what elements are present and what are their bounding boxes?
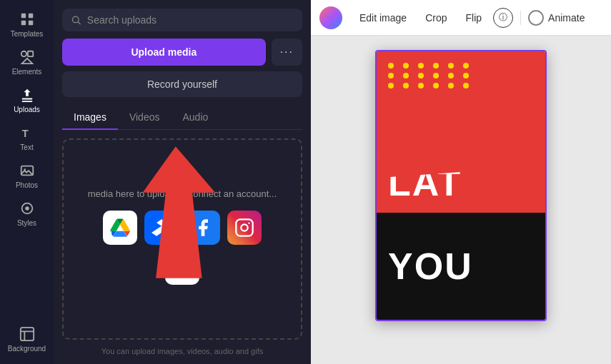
sidebar-styles-label: Styles: [17, 219, 36, 227]
service-icons-row: [103, 211, 262, 245]
info-button[interactable]: ⓘ: [493, 8, 513, 28]
background-icon: [19, 326, 35, 342]
svg-rect-5: [27, 51, 32, 56]
animate-button[interactable]: Animate: [528, 10, 585, 26]
service-icons-row2: [165, 251, 199, 285]
svg-point-24: [175, 264, 182, 271]
sidebar-item-styles[interactable]: Styles: [0, 195, 54, 233]
sidebar-text-label: Text: [20, 143, 33, 151]
sidebar-item-text[interactable]: T Text: [0, 119, 54, 157]
search-input[interactable]: [87, 14, 294, 26]
design-bottom-section: YOU: [377, 213, 545, 320]
svg-rect-14: [20, 328, 33, 340]
sidebar-uploads-label: Uploads: [14, 106, 40, 113]
more-options-button[interactable]: ···: [272, 39, 302, 66]
sidebar-item-uploads[interactable]: Uploads: [0, 81, 54, 119]
design-top-section: LAT: [377, 51, 545, 213]
upload-area-text: media here to upload or connect an accou…: [88, 188, 277, 199]
design-text-bottom: YOU: [388, 245, 473, 288]
sidebar-item-background[interactable]: Background: [0, 320, 54, 358]
upload-drop-area[interactable]: media here to upload or connect an accou…: [62, 138, 302, 340]
text-icon: T: [19, 125, 35, 141]
styles-icon: [19, 201, 35, 216]
tab-audio[interactable]: Audio: [171, 106, 219, 130]
brand-logo: [319, 6, 342, 29]
grid-icon: [19, 11, 35, 27]
facebook-icon[interactable]: [186, 211, 220, 245]
toolbar-separator: [520, 11, 521, 25]
sidebar-background-label: Background: [8, 345, 46, 353]
flip-button[interactable]: Flip: [459, 8, 490, 28]
design-card[interactable]: LAT YOU: [375, 50, 547, 321]
canvas-area: Edit image Crop Flip ⓘ Animate LAT: [311, 0, 611, 364]
search-bar[interactable]: [62, 9, 302, 31]
instagram-icon[interactable]: [227, 211, 262, 245]
top-toolbar: Edit image Crop Flip ⓘ Animate: [311, 0, 611, 36]
svg-line-16: [78, 21, 81, 24]
upload-media-row: Upload media ···: [62, 39, 302, 66]
photo-icon: [19, 163, 35, 178]
upload-icon: [19, 87, 35, 103]
svg-rect-8: [21, 101, 32, 102]
svg-rect-1: [28, 14, 32, 18]
edit-image-button[interactable]: Edit image: [352, 8, 414, 28]
svg-marker-6: [21, 59, 32, 64]
record-yourself-button[interactable]: Record yourself: [62, 71, 302, 97]
sidebar-photos-label: Photos: [16, 181, 38, 189]
sidebar-item-photos[interactable]: Photos: [0, 157, 54, 195]
sidebar-templates-label: Templates: [11, 30, 44, 38]
sidebar-item-templates[interactable]: Templates: [0, 6, 54, 44]
canvas-content: LAT YOU: [311, 36, 611, 364]
dropbox-icon[interactable]: [144, 211, 179, 245]
svg-point-20: [248, 222, 249, 223]
upload-hint-text: You can upload images, videos, audio and…: [62, 347, 302, 355]
elements-icon: [19, 49, 35, 65]
svg-point-19: [241, 224, 247, 231]
crop-button[interactable]: Crop: [418, 8, 454, 28]
svg-rect-7: [21, 98, 32, 100]
tab-images[interactable]: Images: [62, 106, 118, 130]
svg-text:T: T: [21, 128, 28, 139]
uploads-panel: Upload media ··· Record yourself Images …: [54, 0, 311, 364]
svg-rect-0: [21, 14, 25, 18]
animate-label: Animate: [548, 12, 585, 24]
sidebar-item-elements[interactable]: Elements: [0, 44, 54, 81]
search-icon: [71, 14, 81, 26]
svg-point-13: [25, 206, 29, 211]
tabs-bar: Images Videos Audio: [62, 106, 302, 130]
svg-rect-3: [28, 21, 32, 25]
animate-icon: [528, 10, 544, 26]
google-photos-icon[interactable]: [165, 251, 199, 285]
svg-rect-18: [236, 219, 252, 236]
upload-media-button[interactable]: Upload media: [62, 39, 266, 66]
svg-point-4: [21, 51, 26, 56]
google-drive-icon[interactable]: [103, 211, 137, 245]
svg-rect-2: [21, 21, 25, 25]
dot-grid: [388, 63, 474, 89]
left-sidebar: Templates Elements Uploads T Text Photos: [0, 0, 54, 364]
svg-point-15: [72, 16, 79, 23]
sidebar-elements-label: Elements: [12, 68, 42, 76]
tab-videos[interactable]: Videos: [118, 106, 172, 130]
